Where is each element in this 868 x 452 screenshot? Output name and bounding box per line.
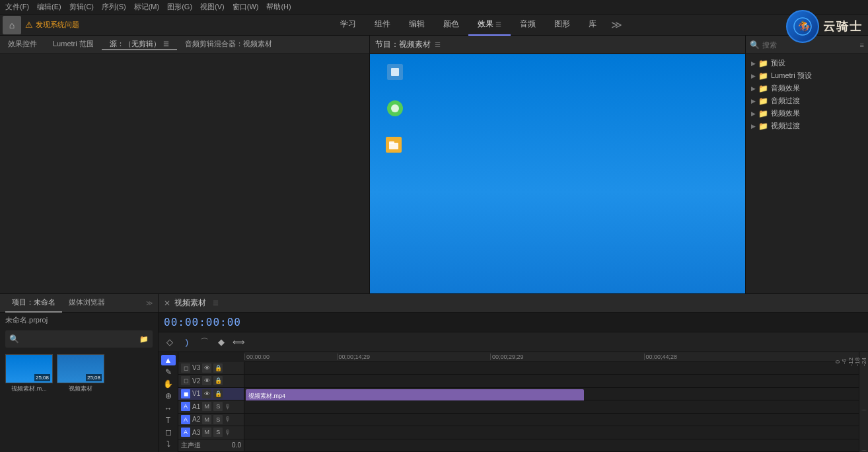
track-v3-content[interactable] [244,362,859,374]
tool-select[interactable]: ▲ [161,355,176,365]
tab-library[interactable]: 库 [579,15,606,36]
tree-item-audio-transitions[interactable]: ▶ 📁 音频过渡 [746,94,868,107]
track-v3-toggle[interactable]: ◻ [181,363,190,373]
track-a3-toggle[interactable]: A [181,428,190,437]
home-button[interactable]: ⌂ [3,16,21,34]
track-a3-content[interactable] [244,426,859,438]
track-a2-content[interactable] [244,414,859,426]
source-tab-menu-icon: ☰ [163,40,169,48]
tl-slip-btn[interactable]: ⟺ [231,335,246,350]
menu-window[interactable]: 窗口(W) [233,2,259,12]
tool-ripple[interactable]: ⤵ [161,439,176,449]
ruler-mark-1: 00;00;14;29 [337,354,491,360]
menu-edit[interactable]: 编辑(E) [37,2,61,12]
track-v1-toggle[interactable]: ◼ [181,389,190,398]
track-a1-s[interactable]: S [213,402,223,411]
menu-clip[interactable]: 剪辑(C) [69,2,94,12]
menu-help[interactable]: 帮助(H) [266,2,291,12]
tl-add-marker-btn[interactable]: ◇ [163,335,177,350]
project-search-icon: 🔍 [9,334,19,344]
track-a2-toggle[interactable]: A [181,415,190,424]
bottom-area: 项目：未命名 媒体浏览器 ≫ 未命名.prproj 🔍 📁 25;08 视频素材… [0,293,868,452]
media-thumb-2: 25;08 [57,354,104,383]
more-tabs-button[interactable]: ≫ [606,19,628,31]
track-v2-lock[interactable]: 🔒 [213,376,223,385]
tab-color[interactable]: 颜色 [434,15,468,36]
warning-badge[interactable]: ⚠ 发现系统问题 [25,20,79,30]
tl-ripple-edit-btn[interactable]: ) [180,335,194,350]
media-item-2[interactable]: 25;08 视频素材 [57,354,104,448]
scroll-dot-top[interactable] [861,410,867,410]
tree-item-label: 视频过渡 [771,121,800,131]
tool-shape[interactable]: ◻ [161,427,176,437]
track-v3-lock[interactable]: 🔒 [213,363,223,373]
tool-hand[interactable]: ✋ [161,379,176,389]
tree-item-audio-effects[interactable]: ▶ 📁 音频效果 [746,82,868,94]
effects-tree: ▶ 📁 预设 ▶ 📁 Lumetri 预设 ▶ 📁 音频效果 ▶ 📁 音频过渡 … [746,54,868,331]
track-a3-s[interactable]: S [213,428,223,437]
svg-text:🏇: 🏇 [798,20,811,32]
track-v2-content[interactable] [244,375,859,387]
track-a1-toggle[interactable]: A [181,402,190,411]
tl-close-icon[interactable]: ✕ [164,299,170,308]
menu-sequence[interactable]: 序列(S) [102,2,126,12]
track-a1-m[interactable]: M [202,402,211,411]
scroll-dot-bottom[interactable] [861,450,867,451]
search-icon: 🔍 [750,40,760,50]
tab-learn[interactable]: 学习 [331,15,365,36]
tree-item-lumetri-presets[interactable]: ▶ 📁 Lumetri 预设 [746,69,868,82]
desktop-icon-1 [383,64,407,88]
project-search-bar: 🔍 📁 [5,330,153,348]
tl-add-clip-btn[interactable]: ⌒ [197,335,211,350]
tab-audio[interactable]: 音频 [511,15,545,36]
track-v2-toggle[interactable]: ◻ [181,376,190,385]
desktop-icon-3 [382,137,406,161]
tab-assembly[interactable]: 组件 [365,15,400,36]
tool-stretch[interactable]: ↔ [161,403,176,414]
tree-item-video-effects[interactable]: ▶ 📁 视频效果 [746,107,868,120]
tab-effects[interactable]: 效果 ☰ [468,15,511,36]
menu-graphics[interactable]: 图形(G) [167,2,192,12]
tab-effect-controls[interactable]: 效果控件 [0,39,45,50]
tab-lumetri-scope[interactable]: Lumetri 范围 [45,39,102,50]
track-a1-content[interactable] [244,400,859,412]
project-more-icon[interactable]: ≫ [146,299,153,307]
track-v2-eye[interactable]: 👁 [202,376,211,385]
project-panel: 项目：未命名 媒体浏览器 ≫ 未命名.prproj 🔍 📁 25;08 视频素材… [0,294,159,452]
track-a2-s[interactable]: S [213,415,223,424]
preview-menu-icon[interactable]: ☰ [435,41,441,48]
track-a3-mic: 🎙 [225,429,231,436]
tab-project[interactable]: 项目：未命名 [5,294,62,313]
project-folder-icon[interactable]: 📁 [139,335,149,344]
track-master-content[interactable] [244,439,859,451]
tool-text[interactable]: T [161,415,176,426]
tree-item-video-transitions[interactable]: ▶ 📁 视频过渡 [746,120,868,132]
timeline-timecode: 00:00:00:00 [159,313,868,332]
tab-edit[interactable]: 编辑 [400,15,434,36]
menu-marker[interactable]: 标记(M) [134,2,160,12]
track-a3-m[interactable]: M [202,428,211,437]
timeline-level-meter: 0 -6 -12 -18 -24 -30 -36 -42 -54 [859,352,868,452]
tl-menu-icon[interactable]: ☰ [213,299,219,307]
tab-media-browser[interactable]: 媒体浏览器 [62,294,112,313]
track-v1-lock[interactable]: 🔒 [213,389,223,398]
desktop-icon-2 [383,100,407,124]
tool-zoom[interactable]: ⊕ [161,391,176,401]
media-item-1[interactable]: 25;08 视频素材.m... [5,354,53,448]
tab-graphics[interactable]: 图形 [545,15,579,36]
menu-view[interactable]: 视图(V) [200,2,225,12]
tab-audio-mixer[interactable]: 音频剪辑混合器：视频素材 [177,39,280,50]
tree-item-presets[interactable]: ▶ 📁 预设 [746,57,868,69]
track-v3-eye[interactable]: 👁 [202,363,211,373]
tl-razor-btn[interactable]: ◆ [214,335,229,350]
project-search-input[interactable] [22,335,137,343]
track-v1-eye[interactable]: 👁 [202,389,211,398]
tree-item-label: 视频效果 [771,108,800,118]
tab-source[interactable]: 源：（无剪辑） ☰ [102,39,177,50]
tool-pen[interactable]: ✎ [161,367,176,377]
ruler-mark-0: 00;00:00 [244,354,337,360]
yunjishi-logo: 🏇 云骑士 [762,8,868,44]
menu-file[interactable]: 文件(F) [5,2,29,12]
track-v1-content[interactable]: 视频素材.mp4 [244,388,859,400]
track-a2-m[interactable]: M [202,415,211,424]
